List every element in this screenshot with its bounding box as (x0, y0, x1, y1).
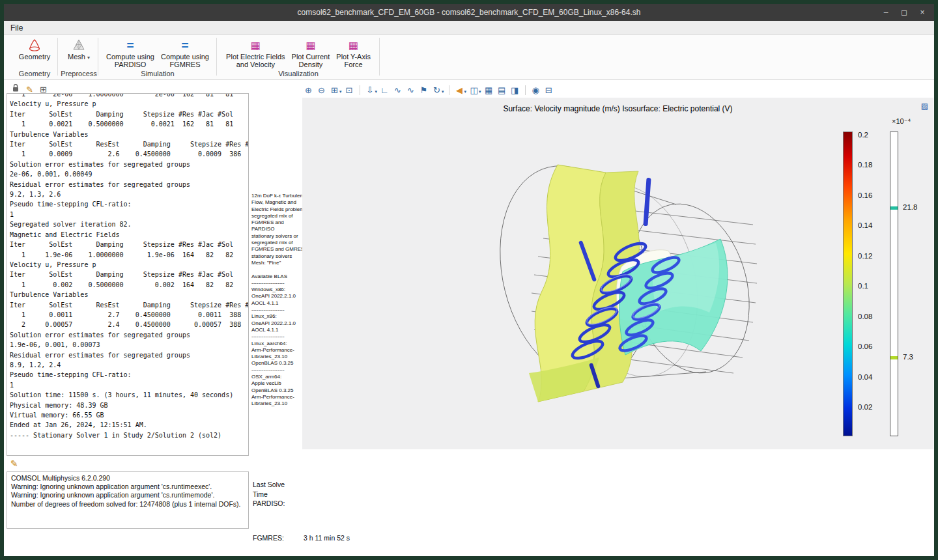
maximize-button[interactable]: ◻ (895, 4, 913, 21)
compute-pardiso-icon: = (126, 37, 134, 53)
plot-electric-fields-button[interactable]: ▦ Plot Electric Fields and Velocity (223, 36, 288, 69)
colorbar-tick: 0.14 (858, 221, 872, 229)
chevron-down-icon[interactable]: ▾ (375, 89, 378, 94)
solver-log-panel[interactable]: 1 2e-06 1.0000000 2e-06 162 81 81 Veloci… (7, 93, 249, 456)
fgmres-time-label: FGMRES: (253, 534, 284, 542)
plot-settings-icon[interactable]: ▨ (921, 102, 928, 111)
window-controls: – ◻ × (877, 4, 931, 21)
mesh-button[interactable]: Mesh▾ (64, 36, 93, 63)
velocity-colorbar-ticks: 0.2 0.18 0.16 0.14 0.12 0.1 0.08 0.06 0.… (858, 131, 872, 411)
chevron-down-icon[interactable]: ▾ (442, 89, 444, 94)
compute-pardiso-label-2: PARDISO (115, 61, 147, 68)
ribbon: Geometry Geometry Mesh▾ Preprocess (4, 35, 934, 80)
graphics-canvas[interactable]: Surface: Velocity magnitude (m/s) Isosur… (302, 98, 933, 449)
isosurface-legend-bar (890, 132, 898, 436)
colorbar-tick: 0.04 (858, 373, 872, 381)
plot-current-density-button[interactable]: ▦ Plot Current Density (289, 36, 334, 69)
app-window: comsol62_benchmark_CFD_EM_60GB - comsol6… (4, 4, 934, 556)
plot-current-density-icon: ▦ (306, 37, 315, 53)
compute-fgmres-button[interactable]: = Compute using FGMRES (158, 36, 212, 69)
geometry-button-label: Geometry (19, 53, 50, 61)
image-flag-icon[interactable]: ⚑ (418, 84, 430, 96)
chevron-down-icon[interactable]: ▾ (339, 89, 342, 94)
colorbar-tick: 0.02 (858, 403, 872, 411)
model-3d-view[interactable] (459, 133, 784, 440)
chevron-down-icon[interactable]: ▾ (87, 55, 90, 61)
line-plot-icon[interactable]: ∿ (391, 84, 404, 96)
plot-electric-fields-icon: ▦ (251, 37, 261, 53)
velocity-colorbar (843, 132, 853, 436)
colorbar-tick: 0.06 (858, 343, 872, 350)
ribbon-group-label-preprocess: Preprocess (61, 70, 97, 78)
plot-title: Surface: Velocity magnitude (m/s) Isosur… (302, 104, 933, 113)
ribbon-divider (98, 38, 98, 76)
surface-plot-icon[interactable]: ∿ (405, 84, 417, 96)
close-button[interactable]: × (913, 4, 931, 21)
plot-electric-fields-label-1: Plot Electric Fields (226, 53, 285, 61)
chevron-down-icon[interactable]: ▾ (479, 89, 481, 94)
plot-y-axis-force-icon: ▦ (348, 37, 358, 53)
toolbar-separator (360, 85, 360, 95)
ribbon-group-label-visualization: Visualization (278, 70, 319, 78)
iso-legend-exponent: ×10⁻⁴ (892, 117, 911, 126)
window-title: comsol62_benchmark_CFD_EM_60GB - comsol6… (4, 8, 934, 17)
ribbon-divider (216, 38, 217, 76)
ribbon-group-visualization: ▦ Plot Electric Fields and Velocity ▦ Pl… (219, 36, 378, 78)
plot-y-axis-force-button[interactable]: ▦ Plot Y-Axis Force (333, 36, 374, 69)
geometry-button[interactable]: Geometry (16, 36, 53, 61)
graphics-toolbar: ⊕ ⊖ ⊞▾ ⊡ ⇩▾ ∟ ∿ ∿ ⚑ ↻▾ ◀▾ ◫▾ ▦ ▤ ◨ ◉ ⊟ (302, 83, 933, 97)
plot-y-axis-force-label-2: Force (345, 61, 363, 68)
iso-value-lower: 7.3 (903, 353, 913, 361)
zoom-box-icon[interactable]: ⊡ (343, 84, 356, 96)
menu-file[interactable]: File (10, 23, 23, 33)
colorbar-tick: 0.12 (858, 252, 872, 260)
solver-log-text: 1 2e-06 1.0000000 2e-06 162 81 81 Veloci… (10, 93, 248, 440)
plot-current-density-label-2: Density (299, 61, 323, 68)
toolbar-separator (449, 85, 449, 95)
edit-message-icon[interactable]: ✎ (10, 458, 18, 469)
split-view-icon[interactable]: ◨ (509, 84, 521, 96)
compute-pardiso-button[interactable]: = Compute using PARDISO (103, 36, 158, 69)
show-grid-icon[interactable]: ▦ (483, 84, 495, 96)
ribbon-group-label-geometry: Geometry (19, 70, 50, 78)
colorbar-tick: 0.2 (858, 131, 872, 139)
fgmres-time-value: 3 h 11 min 52 s (304, 534, 350, 542)
geometry-icon (27, 37, 42, 53)
plot-electric-fields-label-2: and Velocity (236, 61, 275, 68)
ribbon-group-preprocess: Mesh▾ Preprocess (61, 36, 96, 78)
ribbon-group-geometry: Geometry Geometry (12, 36, 57, 78)
ribbon-divider (379, 38, 380, 76)
compute-fgmres-label-2: FGMRES (169, 61, 200, 68)
colorbar-tick: 0.18 (858, 161, 872, 169)
iso-mark-upper (890, 206, 898, 210)
ribbon-divider (57, 38, 58, 76)
mesh-icon (72, 37, 86, 53)
show-table-icon[interactable]: ▤ (496, 84, 508, 96)
zoom-out-icon[interactable]: ⊖ (315, 84, 328, 96)
colorbar-tick: 0.16 (858, 191, 872, 199)
compute-fgmres-label-1: Compute using (161, 53, 209, 61)
iso-mark-lower (890, 356, 898, 359)
zoom-in-icon[interactable]: ⊕ (302, 84, 315, 96)
print-icon[interactable]: ⊟ (543, 84, 555, 96)
scene-axes-icon[interactable]: ∟ (378, 84, 391, 96)
colorbar-tick: 0.08 (858, 313, 872, 320)
plot-current-density-label-1: Plot Current (292, 53, 330, 61)
minimize-button[interactable]: – (877, 4, 895, 21)
compute-fgmres-icon: = (181, 37, 188, 53)
titlebar[interactable]: comsol62_benchmark_CFD_EM_60GB - comsol6… (4, 4, 934, 21)
compute-pardiso-label-1: Compute using (106, 53, 154, 61)
ribbon-group-simulation: = Compute using PARDISO = Compute using … (100, 36, 215, 78)
snapshot-icon[interactable]: ◉ (530, 84, 542, 96)
ribbon-group-label-simulation: Simulation (141, 70, 174, 78)
problem-info-text: 12m DoF k-ε Turbulent Flow, Magnetic and… (251, 193, 307, 408)
mesh-button-label: Mesh▾ (68, 53, 90, 62)
colorbar-tick: 0.1 (858, 282, 872, 290)
last-solve-time-label: Last Solve Time PARDISO: (253, 480, 285, 509)
iso-value-upper: 21.8 (903, 203, 917, 211)
plot-y-axis-force-label-1: Plot Y-Axis (336, 53, 371, 61)
chevron-down-icon[interactable]: ▾ (464, 89, 467, 94)
toolbar-separator (525, 85, 526, 95)
message-box[interactable]: COMSOL Multiphysics 6.2.0.290 Warning: I… (7, 471, 249, 529)
menubar: File (4, 21, 934, 35)
